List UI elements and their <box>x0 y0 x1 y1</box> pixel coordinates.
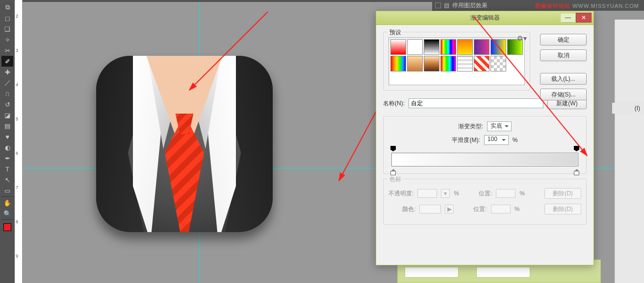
ruler-tick: 8 <box>16 219 23 224</box>
tool-shape[interactable]: ▭ <box>1 185 13 196</box>
preset-swatch[interactable] <box>424 39 439 55</box>
ruler-tick: 4 <box>16 82 23 87</box>
ruler-tick: 2 <box>16 14 23 19</box>
presets-label: 预设 <box>387 28 403 37</box>
opacity-label: 不透明度: <box>388 189 413 198</box>
delete-opacity-stop-button: 删除(D) <box>544 188 581 199</box>
stops-label: 色标 <box>387 175 403 184</box>
tool-zoom[interactable]: 🔍 <box>1 208 13 219</box>
menu-icon[interactable]: ▤ <box>444 2 449 9</box>
delete-color-stop-button: 删除(D) <box>544 204 581 214</box>
disable-layer-fx-label[interactable]: 停用图层效果 <box>452 1 488 10</box>
gradient-editor-dialog: 渐变编辑器 — ✕ 确定 取消 载入(L)... 存储(S)... 预设 ⚙▾ … <box>376 11 594 265</box>
svg-line-2 <box>474 17 587 156</box>
position-label: 位置: <box>473 205 487 213</box>
opacity-position-input <box>496 189 515 198</box>
panel-label-i: (I) <box>612 103 644 114</box>
ruler-tick: 9 <box>16 254 23 259</box>
checkbox-icon[interactable] <box>435 2 441 8</box>
annotation-arrow <box>170 7 278 105</box>
annotation-arrow <box>467 10 594 162</box>
color-label: 颜色: <box>402 205 415 213</box>
color-position-input <box>491 205 511 213</box>
tool-healing[interactable]: ✚ <box>1 67 13 77</box>
toolbar: ⧉ ◻ ❑ ✧ ✂ ✐ ✚ ／ ⎍ ↺ ◪ ▤ ♥ ◐ ✒ T ↖ ▭ ✋ 🔍 <box>0 0 15 283</box>
ruler-tick: 6 <box>16 151 23 156</box>
stops-group: 色标 不透明度: ▾% 位置: % 删除(D) 颜色: ▶ 位置: % 删除(D… <box>383 179 587 225</box>
tool-brush[interactable]: ／ <box>1 77 13 88</box>
ruler-tick: 5 <box>16 117 23 121</box>
tool-history-brush[interactable]: ↺ <box>1 99 13 110</box>
preset-swatch[interactable] <box>407 39 423 55</box>
color-stop-right[interactable] <box>574 166 579 173</box>
gradient-editor-group: 渐变类型: 实底 平滑度(M): 100 % <box>383 116 587 174</box>
tool-path-select[interactable]: ↖ <box>1 174 13 185</box>
tool-lasso[interactable]: ❑ <box>1 24 13 34</box>
opacity-stepper: ▾ <box>441 189 450 198</box>
tool-type[interactable]: T <box>1 164 13 174</box>
preset-swatch[interactable] <box>407 56 423 71</box>
vertical-ruler: 2 3 4 5 6 7 8 9 <box>15 0 23 283</box>
watermark: 思缘设计论坛 WWW.MISSYUAN.COM <box>535 2 639 10</box>
preset-swatch[interactable] <box>390 56 406 71</box>
color-well <box>419 205 441 213</box>
tool-pen[interactable]: ✒ <box>1 153 13 164</box>
tool-crop[interactable]: ✂ <box>1 45 13 56</box>
opacity-input <box>417 189 437 198</box>
position-label: 位置: <box>479 189 492 198</box>
tool-blur[interactable]: ♥ <box>1 131 13 142</box>
name-label: 名称(N): <box>383 99 405 108</box>
preset-swatch[interactable] <box>390 39 406 55</box>
preset-swatch[interactable] <box>424 56 439 71</box>
color-stop-left[interactable] <box>390 166 396 173</box>
tool-eraser[interactable]: ◪ <box>1 110 13 120</box>
tool-marquee[interactable]: ◻ <box>1 13 13 24</box>
tool-hand[interactable]: ✋ <box>1 197 13 208</box>
color-picker-arrow: ▶ <box>445 205 454 213</box>
tool-move[interactable]: ⧉ <box>1 2 13 13</box>
tool-gradient[interactable]: ▤ <box>1 120 13 131</box>
svg-line-0 <box>189 12 268 90</box>
ruler-tick: 3 <box>16 48 23 53</box>
right-panel-dock <box>615 20 644 283</box>
preset-swatch[interactable] <box>440 56 456 71</box>
foreground-color-swatch[interactable] <box>3 223 11 231</box>
tool-eyedropper[interactable]: ✐ <box>1 56 13 67</box>
preset-swatch[interactable] <box>440 39 456 55</box>
tool-wand[interactable]: ✧ <box>1 34 13 45</box>
ruler-tick: 7 <box>16 185 23 190</box>
tool-dodge[interactable]: ◐ <box>1 142 13 153</box>
tool-stamp[interactable]: ⎍ <box>1 88 13 99</box>
